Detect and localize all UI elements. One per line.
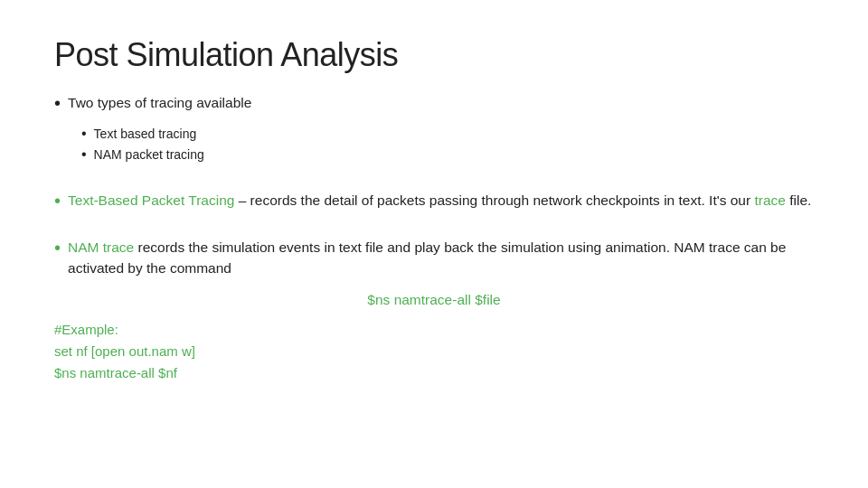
bullet-dot-3: • [54,237,61,258]
sub-bullets: • Text based tracing • NAM packet tracin… [81,125,814,164]
bullet-3-text: NAM trace records the simulation events … [68,237,814,279]
nam-trace-label: NAM trace [68,239,134,255]
bullet-1-text: Two types of tracing available [68,92,251,113]
sub-bullet-2-text: NAM packet tracing [94,145,204,164]
gap-1 [54,174,814,181]
example-block: #Example: set nf [open out.nam w] $ns na… [54,319,814,384]
trace-label: trace [754,192,785,208]
slide-title: Post Simulation Analysis [54,36,814,74]
sub-bullet-1-text: Text based tracing [94,125,197,144]
text-based-packet-tracing-label: Text-Based Packet Tracing [68,192,234,208]
example-line-1: set nf [open out.nam w] [54,341,814,362]
sub-dot-1: • [81,125,87,144]
bullet-1: • Two types of tracing available [54,92,814,114]
sub-bullet-1: • Text based tracing [81,125,814,144]
bullet-dot-2: • [54,190,61,211]
bullet-2-text: Text-Based Packet Tracing – records the … [68,190,811,211]
example-line-2: $ns namtrace-all $nf [54,362,814,384]
bullet-2-rest: – records the detail of packets passing … [234,192,754,208]
bullet-3-rest: records the simulation events in text fi… [68,239,786,276]
gap-2 [54,221,814,228]
sub-bullet-2: • NAM packet tracing [81,145,814,164]
content-area: • Two types of tracing available • Text … [54,92,814,384]
command-text: $ns namtrace-all $file [54,292,814,308]
bullet-dot-1: • [54,92,61,114]
slide: Post Simulation Analysis • Two types of … [0,0,868,488]
example-label: #Example: [54,319,814,341]
bullet-2: • Text-Based Packet Tracing – records th… [54,190,814,211]
sub-dot-2: • [81,145,87,164]
bullet-3: • NAM trace records the simulation event… [54,237,814,279]
bullet-2-end: file. [786,192,811,208]
